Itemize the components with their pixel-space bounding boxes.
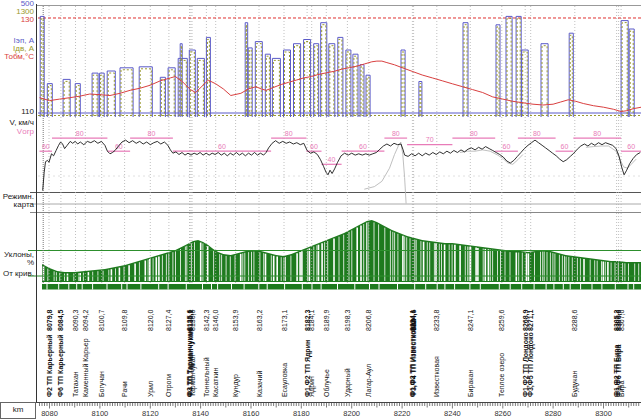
station-name-label: Будукан [571, 371, 579, 397]
ruler-km-label: 8260 [494, 409, 511, 418]
idv-pulse [354, 56, 357, 116]
speed-limit-value: 80 [392, 130, 400, 137]
ruler-km-label: 8280 [545, 409, 562, 418]
station-km-label: 8173,1 [281, 309, 288, 331]
station-km-label: 8233,8 [433, 309, 440, 331]
speed-limit-value: 60 [218, 143, 226, 150]
idv-pulse [420, 84, 421, 117]
ruler-km-label: 8100 [92, 409, 109, 418]
idv-pulse [198, 60, 203, 116]
station-km-label: 8307,0 [618, 309, 625, 331]
speed-limit-value: 60 [42, 143, 50, 150]
station-km-label: 8136,6 [189, 309, 196, 331]
mode-map-label-2: карта [0, 201, 34, 209]
aux-curve [460, 150, 523, 164]
station-name-label: Есауловка [281, 363, 289, 397]
station-name-label: Каменный Карьер [82, 338, 90, 397]
idv-pulse [330, 46, 334, 116]
ruler-km-label: 8160 [243, 409, 260, 418]
idv-pulse [249, 50, 251, 116]
station-name-label: Теплое озеро [498, 353, 506, 397]
ruler-km-label: 8120 [142, 409, 159, 418]
station-name-label: Ядрин [308, 376, 316, 397]
station-km-label: 8146,0 [212, 309, 219, 331]
speed-limit-value: 60 [627, 143, 635, 150]
station-km-label: 8142,3 [203, 309, 210, 331]
temp-legend-label: Тобм,°С [0, 53, 34, 61]
km-unit-label: km [13, 405, 24, 414]
station-name-label: Казачий [256, 371, 263, 397]
idv-pulse [76, 86, 79, 116]
curves-axis-label: От крив. [0, 270, 34, 278]
speed-limit-value: 40 [328, 156, 336, 163]
idv-pulse [140, 69, 151, 116]
km-unit-box: km [0, 402, 36, 419]
station-name-label: Облучье [323, 369, 331, 397]
speed-limit-value: 80 [470, 130, 478, 137]
idv-pulse [361, 67, 363, 116]
station-km-label: 8247,1 [467, 309, 474, 331]
idv-pulse [464, 25, 467, 116]
idv-pulse [207, 39, 209, 116]
station-name-label: Ф6 ТП Карьерный [57, 334, 65, 397]
station-name-label: Ф3,Ф4 ТП Известковая [410, 318, 418, 397]
station-name-label: Ударный [344, 368, 352, 397]
idv-pulse [517, 18, 520, 116]
speed-limit-value: 60 [561, 143, 569, 150]
idv-pulse [402, 52, 404, 116]
idv-pulse [161, 79, 164, 116]
idv-pulse [285, 52, 290, 116]
station-km-label: 8288,6 [571, 309, 578, 331]
speed-limit-value: 80 [285, 130, 293, 137]
idv-pulse [266, 56, 269, 116]
station-km-label: 8109,8 [121, 309, 128, 331]
speed-limit-value: 60 [310, 143, 318, 150]
speed-limit-value: 80 [76, 130, 84, 137]
station-km-label: 8079,8 [46, 309, 54, 331]
iep-pulse [139, 67, 152, 117]
ruler-km-label: 8200 [343, 409, 360, 418]
station-name-label: Кундур [232, 374, 240, 397]
station-km-label: 8189,9 [323, 309, 330, 331]
station-km-label: 8100,7 [98, 309, 105, 331]
station-km-label: 8094,2 [82, 309, 89, 331]
ruler-km-label: 8220 [394, 409, 411, 418]
speed-scale-label: 110 [0, 108, 34, 116]
idv-pulse [339, 39, 342, 116]
station-name-label: Рачи [121, 381, 128, 397]
temp-scale-label: 130 [0, 16, 34, 24]
station-name-label: Тарманчукан [189, 354, 197, 397]
station-name-label: Лагар-Аул [365, 364, 373, 397]
station-km-label: 8120,0 [147, 309, 154, 331]
chart-canvas[interactable]: 60806080608060406080708060806080608079,8… [0, 0, 641, 419]
idv-pulse [497, 27, 499, 116]
speed-curve [43, 140, 641, 190]
curves-strip [42, 284, 641, 290]
station-km-label: 8206,8 [365, 309, 372, 331]
idv-pulse [41, 18, 43, 116]
speed-limit-value: 80 [148, 130, 156, 137]
idv-pulse [246, 25, 247, 116]
idv-pulse [630, 31, 633, 116]
station-name-label: Отроги [165, 374, 173, 397]
ruler-km-label: 8240 [444, 409, 461, 418]
idv-pulse [622, 23, 627, 116]
station-km-label: 8153,9 [232, 309, 239, 331]
idv-pulse [367, 77, 369, 116]
station-km-label: 8184,1 [308, 309, 315, 331]
speed-limit-value: 60 [359, 143, 367, 150]
station-km-label: 8127,4 [165, 309, 172, 331]
station-km-label: 8271,1 [527, 309, 535, 331]
speed-limit-value: 60 [503, 143, 511, 150]
speed-limit-value: 80 [593, 130, 601, 137]
speed-limit-value: 80 [533, 130, 541, 137]
ruler-km-label: 8180 [293, 409, 310, 418]
station-name-label: Татакан [72, 371, 79, 397]
idv-pulse [273, 60, 279, 116]
slopes-label-2: % [0, 259, 34, 267]
station-name-label: Известковая [433, 356, 440, 397]
station-name-label: Урил [147, 381, 155, 397]
station-km-label: 8084,5 [57, 309, 65, 331]
idv-pulse [507, 18, 511, 116]
station-km-label: 8198,3 [344, 309, 351, 331]
